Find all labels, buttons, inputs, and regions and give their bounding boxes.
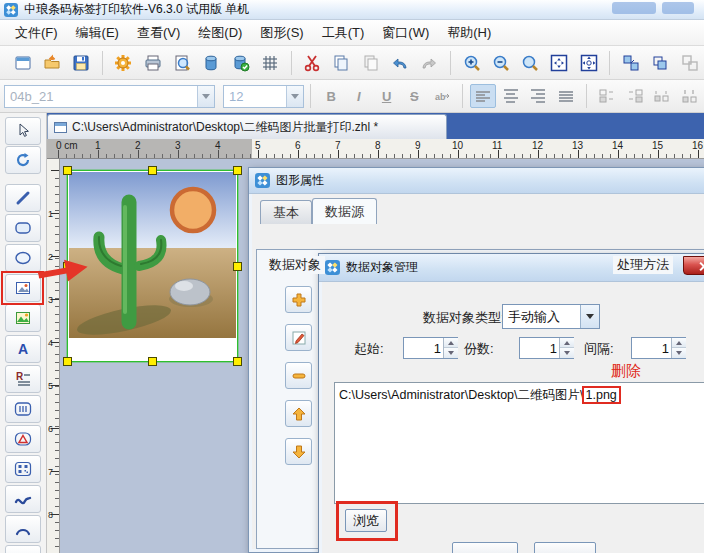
selection-handle[interactable]	[233, 357, 242, 366]
letter-spacing-button[interactable]: ab	[429, 84, 455, 108]
copies-spinner[interactable]: 1	[519, 337, 574, 359]
tool-barcode[interactable]	[5, 395, 41, 423]
spinner-down-button[interactable]	[444, 348, 458, 358]
interval-spinner[interactable]: 1	[631, 337, 686, 359]
settings-button[interactable]	[111, 49, 136, 77]
zoom-in-button[interactable]	[459, 49, 484, 77]
redo-button[interactable]	[417, 49, 442, 77]
data-type-dropdown-button[interactable]	[580, 305, 599, 328]
label-page[interactable]	[67, 170, 238, 362]
tool-rounded-rectangle[interactable]	[5, 214, 41, 242]
align-justify-button[interactable]	[553, 84, 579, 108]
strikethrough-button[interactable]: S	[401, 84, 427, 108]
start-spinner[interactable]: 1	[403, 337, 458, 359]
move-down-button[interactable]	[285, 438, 312, 465]
group-button[interactable]	[618, 49, 643, 77]
spinner-up-button[interactable]	[672, 338, 686, 348]
group-alt-button[interactable]	[648, 49, 673, 77]
selection-handle[interactable]	[63, 357, 72, 366]
spinner-up-button[interactable]	[560, 338, 574, 348]
tab-basic[interactable]: 基本	[260, 200, 312, 224]
add-data-button[interactable]	[285, 286, 312, 313]
group-data-object-label: 数据对象	[265, 256, 325, 274]
selection-handle[interactable]	[148, 357, 157, 366]
tool-picture[interactable]	[5, 304, 41, 332]
selection-handle[interactable]	[63, 166, 72, 175]
data-type-dropdown[interactable]: 手动输入	[502, 304, 600, 329]
tool-line[interactable]	[5, 184, 41, 212]
underline-button[interactable]: U	[374, 84, 400, 108]
fit-screen-button[interactable]	[576, 49, 601, 77]
menu-draw[interactable]: 绘图(D)	[189, 21, 251, 45]
zoom-button[interactable]	[517, 49, 542, 77]
menu-edit[interactable]: 编辑(E)	[67, 21, 128, 45]
font-name-dropdown-button[interactable]	[197, 86, 214, 107]
tool-extra[interactable]	[5, 545, 41, 553]
rich-text-icon: R	[15, 371, 31, 387]
space-vertical-button[interactable]	[622, 84, 648, 108]
tool-shape[interactable]	[5, 425, 41, 453]
new-document-button[interactable]	[10, 49, 35, 77]
bold-button[interactable]: B	[318, 84, 344, 108]
save-button[interactable]	[69, 49, 94, 77]
print-button[interactable]	[140, 49, 165, 77]
menu-file[interactable]: 文件(F)	[6, 21, 67, 45]
dialog-bottom-button-2[interactable]	[534, 542, 596, 553]
italic-button[interactable]: I	[346, 84, 372, 108]
tool-rich-text[interactable]: R	[5, 365, 41, 393]
tool-rotate[interactable]	[5, 146, 41, 174]
font-size-dropdown-button[interactable]	[286, 86, 303, 107]
menu-shape[interactable]: 图形(S)	[251, 21, 312, 45]
copies-value: 1	[520, 341, 557, 356]
desert-image[interactable]	[69, 172, 236, 338]
equal-height-button[interactable]	[677, 84, 703, 108]
dialog-bottom-button-1[interactable]	[452, 542, 518, 553]
document-tab[interactable]: C:\Users\Administrator\Desktop\二维码图片批量打印…	[47, 114, 447, 139]
font-name-combo[interactable]: 04b_21	[4, 85, 215, 108]
tool-text[interactable]: A	[5, 335, 41, 363]
properties-dialog-titlebar[interactable]: 图形属性	[249, 168, 704, 194]
align-center-button[interactable]	[498, 84, 524, 108]
remove-data-button[interactable]	[285, 362, 312, 389]
ungroup-button[interactable]	[677, 49, 702, 77]
tool-select[interactable]	[5, 117, 41, 145]
undo-button[interactable]	[387, 49, 412, 77]
selection-handle[interactable]	[148, 166, 157, 175]
close-button[interactable]	[683, 256, 704, 275]
cut-button[interactable]	[299, 49, 324, 77]
data-list-textarea[interactable]: C:\Users\Administrator\Desktop\二维码图片\1.p…	[334, 382, 704, 504]
tool-curve[interactable]	[5, 485, 41, 513]
grid-button[interactable]	[257, 49, 282, 77]
spinner-down-button[interactable]	[560, 348, 574, 358]
space-horizontal-button[interactable]	[594, 84, 620, 108]
move-up-button[interactable]	[285, 400, 312, 427]
font-size-combo[interactable]: 12	[223, 85, 304, 108]
open-button[interactable]	[39, 49, 64, 77]
align-left-button[interactable]	[470, 84, 496, 108]
copy-button[interactable]	[329, 49, 354, 77]
tool-arc[interactable]	[5, 515, 41, 543]
selection-handle[interactable]	[233, 166, 242, 175]
edit-data-button[interactable]	[285, 324, 312, 351]
equal-width-button[interactable]	[649, 84, 675, 108]
selection-handle[interactable]	[233, 262, 242, 271]
background-window-fragment	[662, 2, 694, 14]
fit-selection-button[interactable]	[547, 49, 572, 77]
tool-qrcode[interactable]	[5, 455, 41, 483]
group-method-label: 处理方法	[613, 256, 673, 274]
paste-button[interactable]	[358, 49, 383, 77]
menu-window[interactable]: 窗口(W)	[373, 21, 438, 45]
print-preview-button[interactable]	[169, 49, 194, 77]
database-check-button[interactable]	[228, 49, 253, 77]
zoom-out-button[interactable]	[488, 49, 513, 77]
menu-tools[interactable]: 工具(T)	[313, 21, 374, 45]
align-right-button[interactable]	[525, 84, 551, 108]
tab-data-source[interactable]: 数据源	[312, 198, 377, 224]
database-button[interactable]	[199, 49, 224, 77]
document-icon	[54, 122, 67, 133]
menu-help[interactable]: 帮助(H)	[438, 21, 500, 45]
menu-view[interactable]: 查看(V)	[128, 21, 189, 45]
spinner-down-button[interactable]	[672, 348, 686, 358]
tool-ellipse[interactable]	[5, 244, 41, 272]
spinner-up-button[interactable]	[444, 338, 458, 348]
